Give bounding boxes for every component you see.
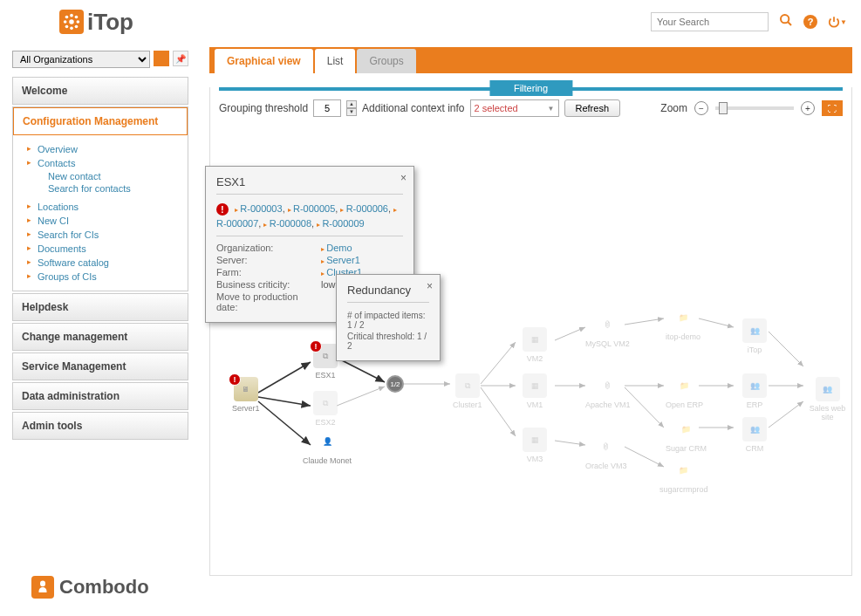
toolbar: Grouping threshold ▲ ▼ Additional contex… xyxy=(210,91,851,126)
vm-icon: ▦ xyxy=(523,428,547,452)
node-sugarcrmprod[interactable]: 📁sugarcrmprod xyxy=(659,458,708,494)
link-new-ci[interactable]: New CI xyxy=(38,214,188,228)
filtering-button[interactable]: Filtering xyxy=(489,80,572,96)
link-overview[interactable]: Overview xyxy=(38,142,188,156)
menu-data-admin[interactable]: Data administration xyxy=(13,383,188,409)
database-icon: 🛢 xyxy=(594,435,618,459)
svg-line-31 xyxy=(769,332,803,366)
org-link[interactable]: Demo xyxy=(321,243,352,253)
context-select[interactable]: 2 selected▼ xyxy=(470,99,559,117)
threshold-down[interactable]: ▼ xyxy=(346,108,357,116)
power-icon[interactable]: ▼ xyxy=(828,16,847,28)
svg-line-20 xyxy=(481,387,516,436)
close-icon[interactable]: × xyxy=(400,172,407,184)
org-go-button[interactable] xyxy=(154,51,169,66)
ticket-link[interactable]: R-000006 xyxy=(340,203,388,214)
help-icon[interactable]: ? xyxy=(803,15,817,29)
refresh-button[interactable]: Refresh xyxy=(564,99,621,117)
node-mysqlvm2[interactable]: 🛢MySQL VM2 xyxy=(585,312,630,348)
menu-welcome[interactable]: Welcome xyxy=(13,78,188,104)
node-sugarcrm[interactable]: 📁Sugar CRM xyxy=(666,417,707,453)
header-right: ? ▼ xyxy=(651,12,847,31)
svg-line-21 xyxy=(555,327,585,340)
popup-title: ESX1 xyxy=(216,175,403,195)
node-vm2[interactable]: ▦VM2 xyxy=(523,327,547,363)
app-icon: 👥 xyxy=(742,373,767,398)
impacted-line: # of impacted items: 1 / 2 xyxy=(347,310,429,331)
popup-redundancy: × Redundancy # of impacted items: 1 / 2 … xyxy=(336,274,441,361)
zoom-in-button[interactable]: + xyxy=(801,101,815,115)
link-contacts[interactable]: Contacts xyxy=(38,156,188,170)
org-select[interactable]: All Organizations xyxy=(12,51,150,68)
link-groups-cis[interactable]: Groups of CIs xyxy=(38,270,188,284)
node-server1[interactable]: 🖥!Server1 xyxy=(232,377,260,413)
node-vm3[interactable]: ▦VM3 xyxy=(523,428,547,463)
menu-admin-tools[interactable]: Admin tools xyxy=(13,413,188,439)
node-oraclevm3[interactable]: 🛢Oracle VM3 xyxy=(585,435,627,470)
critical-line: Critical threshold: 1 / 2 xyxy=(347,331,429,352)
node-vm1[interactable]: ▦VM1 xyxy=(523,373,547,409)
zoom-slider[interactable] xyxy=(715,106,794,110)
server-link[interactable]: Server1 xyxy=(321,255,360,265)
folder-icon: 📁 xyxy=(672,458,696,483)
svg-line-10 xyxy=(788,22,791,25)
menu-service[interactable]: Service Management xyxy=(13,353,188,380)
node-itopdemo[interactable]: 📁itop-demo xyxy=(666,305,700,341)
zoom-slider-handle[interactable] xyxy=(719,102,728,114)
node-erp[interactable]: 👥ERP xyxy=(742,373,767,409)
close-icon[interactable]: × xyxy=(427,280,433,292)
svg-point-9 xyxy=(781,15,789,23)
server-label: Server: xyxy=(216,255,321,265)
node-openerp[interactable]: 📁Open ERP xyxy=(666,373,703,409)
prod-label: Move to production date: xyxy=(216,291,321,312)
search-icon[interactable] xyxy=(779,13,793,31)
node-esx1[interactable]: ⧉!ESX1 xyxy=(313,344,338,380)
ticket-link[interactable]: R-000008 xyxy=(263,218,311,229)
menu-config-mgmt[interactable]: Configuration Management xyxy=(13,107,188,135)
tab-list[interactable]: List xyxy=(315,49,356,73)
svg-line-23 xyxy=(555,441,585,445)
svg-line-33 xyxy=(769,401,803,428)
node-apachevm1[interactable]: 🛢Apache VM1 xyxy=(585,373,631,409)
vm-icon: ▦ xyxy=(523,373,547,398)
search-input[interactable] xyxy=(651,12,769,31)
app-icon: 👥 xyxy=(742,318,767,343)
svg-point-0 xyxy=(69,19,74,24)
svg-point-6 xyxy=(75,16,79,19)
app-header: iTop ? ▼ xyxy=(0,0,861,44)
node-sales[interactable]: 👥Sales web site xyxy=(803,377,851,421)
svg-point-4 xyxy=(77,20,80,24)
tab-groups[interactable]: Groups xyxy=(357,49,415,73)
menu-helpdesk[interactable]: Helpdesk xyxy=(13,294,188,320)
svg-point-8 xyxy=(75,25,79,29)
ticket-link[interactable]: R-000009 xyxy=(317,218,365,229)
threshold-up[interactable]: ▲ xyxy=(346,100,357,108)
ticket-link[interactable]: R-000003 xyxy=(235,203,283,214)
svg-line-26 xyxy=(625,387,664,428)
pin-button[interactable]: 📌 xyxy=(173,51,188,66)
link-search-contacts[interactable]: Search for contacts xyxy=(38,182,188,195)
node-redundancy[interactable]: 1/2 xyxy=(386,375,404,393)
org-label: Organization: xyxy=(216,243,321,253)
zoom-out-button[interactable]: − xyxy=(694,101,708,115)
folder-icon: 📁 xyxy=(674,417,699,441)
link-documents[interactable]: Documents xyxy=(38,242,188,256)
link-new-contact[interactable]: New contact xyxy=(38,170,188,182)
node-esx2[interactable]: ⧉ESX2 xyxy=(313,391,338,427)
node-crm[interactable]: 👥CRM xyxy=(742,417,767,453)
node-itop[interactable]: 👥iTop xyxy=(742,318,767,354)
context-label: Additional context info xyxy=(362,102,464,114)
footer-logo-text: Combodo xyxy=(59,576,149,599)
threshold-input[interactable] xyxy=(313,99,341,117)
ticket-link[interactable]: R-000005 xyxy=(288,203,336,214)
link-search-cis[interactable]: Search for CIs xyxy=(38,228,188,242)
link-locations[interactable]: Locations xyxy=(38,200,188,214)
fullscreen-button[interactable]: ⛶ xyxy=(822,100,843,116)
tab-graphical[interactable]: Graphical view xyxy=(215,49,313,73)
menu-change[interactable]: Change management xyxy=(13,324,188,350)
node-cluster1[interactable]: ⧉Cluster1 xyxy=(453,373,482,409)
link-software-catalog[interactable]: Software catalog xyxy=(38,256,188,270)
folder-icon: 📁 xyxy=(673,373,697,398)
node-claude-monet[interactable]: 👤Claude Monet xyxy=(303,429,352,465)
sidebar: All Organizations 📌 Welcome Configuratio… xyxy=(0,44,201,616)
